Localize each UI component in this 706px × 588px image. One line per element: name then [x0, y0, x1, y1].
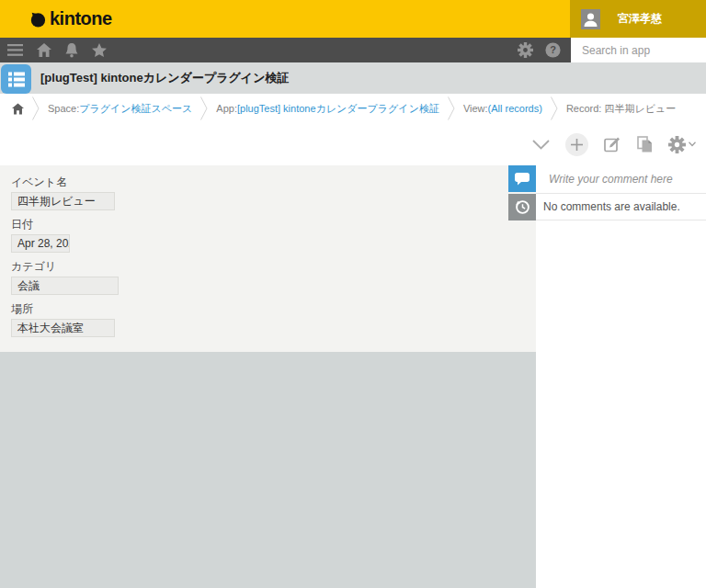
tab-comments[interactable] [508, 165, 536, 192]
breadcrumb-separator-icon [551, 96, 558, 120]
breadcrumb-app-label: App: [216, 103, 237, 114]
breadcrumb-separator-icon [32, 96, 40, 120]
hamburger-icon[interactable] [7, 44, 23, 56]
field-event-name: イベント名 四半期レビュー [11, 175, 536, 210]
kintone-logo[interactable]: kintone [29, 8, 112, 29]
edit-record-icon[interactable] [604, 136, 621, 153]
avatar [581, 9, 600, 29]
global-toolbar-right: ? [518, 42, 561, 58]
field-label: 日付 [11, 218, 536, 232]
copy-record-icon[interactable] [637, 136, 653, 153]
plus-icon [571, 139, 583, 151]
record-form: イベント名 四半期レビュー 日付 Apr 28, 2026 カテゴリ 会議 場所… [0, 165, 536, 352]
kintone-logo-text: kintone [50, 8, 112, 29]
field-location: 場所 本社大会議室 [11, 302, 536, 337]
breadcrumb-view-link[interactable]: (All records) [488, 103, 542, 114]
history-clock-icon [515, 199, 530, 215]
app-title: [plugTest] kintoneカレンダープラグイン検証 [40, 70, 289, 86]
field-category: カテゴリ 会議 [11, 260, 536, 295]
gear-icon[interactable] [518, 42, 533, 58]
user-menu[interactable]: 宮澤孝慈 [570, 0, 706, 38]
field-label: 場所 [11, 302, 536, 316]
chevron-down-icon [689, 141, 696, 147]
collapse-chevron-icon[interactable] [532, 140, 550, 150]
field-value: 本社大会議室 [11, 319, 115, 337]
field-label: イベント名 [11, 175, 536, 189]
breadcrumb: Space: プラグイン検証スペース App: [plugTest] kinto… [0, 94, 706, 123]
kintone-record-page: kintone 宮澤孝慈 [0, 0, 706, 588]
comment-input[interactable]: Write your comment here [536, 165, 706, 194]
breadcrumb-record-label: Record: 四半期レビュー [566, 102, 676, 116]
field-value: Apr 28, 2026 [11, 234, 70, 253]
breadcrumb-space-link[interactable]: プラグイン検証スペース [79, 102, 192, 116]
bell-icon[interactable] [65, 43, 78, 58]
svg-text:?: ? [550, 44, 556, 55]
global-header: kintone 宮澤孝慈 [0, 0, 706, 38]
global-toolbar: ? [0, 38, 706, 62]
breadcrumb-space-label: Space: [48, 103, 79, 114]
app-title-bar: [plugTest] kintoneカレンダープラグイン検証 [0, 62, 706, 94]
breadcrumb-separator-icon [448, 96, 455, 120]
comment-sidebar-tabs [508, 165, 536, 222]
help-icon[interactable]: ? [545, 42, 561, 58]
breadcrumb-view-label: View: [463, 103, 488, 114]
breadcrumb-home-icon[interactable] [12, 103, 24, 115]
record-settings-gear-icon [668, 136, 686, 153]
app-icon[interactable] [1, 64, 31, 94]
breadcrumb-app-link[interactable]: [plugTest] kintoneカレンダープラグイン検証 [237, 102, 439, 116]
global-toolbar-left [0, 43, 107, 58]
home-icon[interactable] [37, 43, 51, 57]
search-input[interactable] [571, 38, 706, 62]
record-settings-button[interactable] [668, 136, 696, 153]
field-value: 会議 [11, 277, 119, 295]
speech-bubble-icon [515, 173, 530, 186]
record-main-column: イベント名 四半期レビュー 日付 Apr 28, 2026 カテゴリ 会議 場所… [0, 165, 536, 588]
breadcrumb-separator-icon [200, 96, 208, 120]
tab-history[interactable] [508, 194, 536, 220]
comment-sidebar: Write your comment here No comments are … [536, 165, 706, 588]
comments-empty-message: No comments are available. [536, 194, 706, 220]
user-name: 宮澤孝慈 [618, 11, 662, 27]
record-toolbar [0, 123, 706, 165]
field-value: 四半期レビュー [11, 192, 115, 210]
page-background [0, 352, 536, 588]
comment-input-placeholder: Write your comment here [549, 173, 673, 186]
app-search [571, 38, 706, 62]
field-label: カテゴリ [11, 260, 536, 274]
field-date: 日付 Apr 28, 2026 [11, 218, 536, 253]
record-content: イベント名 四半期レビュー 日付 Apr 28, 2026 カテゴリ 会議 場所… [0, 165, 706, 588]
kintone-logo-icon [29, 11, 46, 28]
star-icon[interactable] [92, 43, 107, 57]
add-record-button[interactable] [565, 133, 588, 156]
